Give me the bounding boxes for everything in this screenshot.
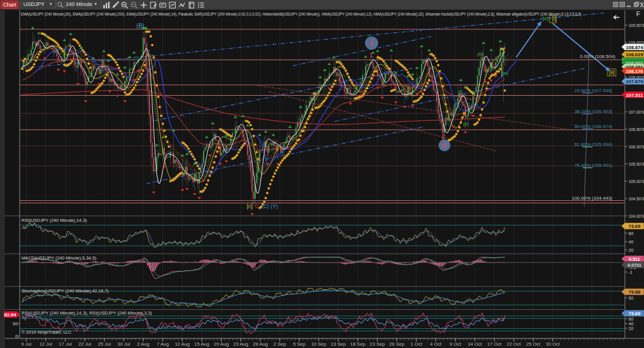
svg-text:104.50'0: 104.50'0 bbox=[628, 196, 644, 202]
svg-text:F: F bbox=[636, 10, 640, 17]
svg-text:104.00'0: 104.00'0 bbox=[628, 213, 644, 219]
svg-text:4 Oct: 4 Oct bbox=[430, 341, 442, 347]
svg-text:9 Jul: 9 Jul bbox=[22, 341, 32, 347]
svg-text:38.20% (106.953): 38.20% (106.953) bbox=[574, 109, 612, 114]
svg-text:0.511: 0.511 bbox=[629, 257, 640, 262]
svg-text:23 Aug: 23 Aug bbox=[234, 341, 249, 347]
svg-text:25 Oct: 25 Oct bbox=[526, 341, 541, 347]
svg-text:17 Oct: 17 Oct bbox=[487, 341, 502, 347]
svg-text:50: 50 bbox=[628, 295, 633, 301]
svg-text:50: 50 bbox=[13, 321, 18, 326]
svg-text:108.629: 108.629 bbox=[626, 52, 643, 57]
svg-text:EMA(USDJPY (240 Minute),50), E: EMA(USDJPY (240 Minute),50), EMA(USDJPY … bbox=[21, 11, 581, 17]
svg-text:50.00% (106.474): 50.00% (106.474) bbox=[574, 124, 612, 129]
svg-text:73.69: 73.69 bbox=[628, 311, 641, 316]
svg-text:73.69: 73.69 bbox=[628, 224, 641, 229]
svg-text:(i): (i) bbox=[458, 89, 462, 94]
svg-text:[c]: [c] bbox=[247, 203, 253, 209]
svg-text:1 Oct: 1 Oct bbox=[410, 341, 422, 347]
svg-text:(B): (B) bbox=[136, 23, 144, 29]
svg-text:-1: -1 bbox=[628, 270, 633, 275]
svg-text:23 Sep: 23 Sep bbox=[370, 341, 385, 347]
svg-text:© 2019 NinjaTrader, LLC: © 2019 NinjaTrader, LLC bbox=[22, 329, 72, 335]
svg-text:107.00'0: 107.00'0 bbox=[628, 109, 644, 115]
svg-text:(iii): (iii) bbox=[477, 51, 484, 57]
svg-text:109.50'0: 109.50'0 bbox=[628, 23, 644, 28]
svg-text:30 Jul: 30 Jul bbox=[118, 341, 131, 347]
svg-text:82.94: 82.94 bbox=[4, 312, 17, 318]
svg-text:108.170: 108.170 bbox=[626, 69, 643, 74]
svg-text:(iv): (iv) bbox=[501, 71, 508, 76]
svg-text:(C): (C) bbox=[262, 203, 269, 209]
svg-text:23.60% (107.546): 23.60% (107.546) bbox=[574, 88, 612, 93]
svg-text:25 Jul: 25 Jul bbox=[98, 341, 111, 347]
svg-text:26 Sep: 26 Sep bbox=[390, 341, 405, 347]
svg-text:108.874: 108.874 bbox=[626, 45, 643, 50]
svg-text:28 Aug: 28 Aug bbox=[253, 341, 268, 347]
svg-text:2: 2 bbox=[441, 133, 445, 140]
svg-text:15 Aug: 15 Aug bbox=[194, 341, 209, 347]
svg-text:106.00'0: 106.00'0 bbox=[628, 144, 644, 149]
svg-text:12 Jul: 12 Jul bbox=[39, 341, 53, 347]
svg-text:13 Sep: 13 Sep bbox=[331, 341, 346, 347]
svg-text:105.00'0: 105.00'0 bbox=[628, 179, 644, 184]
svg-text:9 Oct: 9 Oct bbox=[450, 341, 462, 347]
svg-text:30 Oct: 30 Oct bbox=[546, 341, 560, 347]
svg-text:18 Sep: 18 Sep bbox=[350, 341, 366, 347]
svg-text:60: 60 bbox=[628, 231, 633, 236]
svg-text:20 Aug: 20 Aug bbox=[214, 341, 229, 347]
svg-text:2 Aug: 2 Aug bbox=[137, 341, 149, 347]
svg-text:0.0731: 0.0731 bbox=[628, 262, 642, 268]
svg-text:105.50'0: 105.50'0 bbox=[628, 161, 644, 167]
svg-text:0.00% (108.504): 0.00% (108.504) bbox=[580, 54, 615, 59]
svg-text:22 Oct: 22 Oct bbox=[507, 341, 521, 347]
svg-text:107.879: 107.879 bbox=[626, 79, 643, 84]
svg-text:5 Sep: 5 Sep bbox=[293, 341, 306, 347]
svg-text:RSI(USDJPY (240 Minute),14,3): RSI(USDJPY (240 Minute),14,3) bbox=[22, 218, 87, 223]
svg-text:76.40% (105.401): 76.40% (105.401) bbox=[574, 163, 612, 168]
svg-text:22 Jul: 22 Jul bbox=[78, 341, 91, 347]
svg-text:20: 20 bbox=[628, 326, 633, 331]
svg-text:61.80% (105.994): 61.80% (105.994) bbox=[574, 142, 612, 147]
svg-text:(ii): (ii) bbox=[464, 121, 469, 127]
svg-text:(Y): (Y) bbox=[271, 203, 278, 209]
svg-text:100.00% (104.443): 100.00% (104.443) bbox=[572, 196, 612, 201]
svg-text:[ii]: [ii] bbox=[609, 69, 615, 75]
svg-text:2 Sep: 2 Sep bbox=[274, 341, 286, 347]
svg-text:1: 1 bbox=[369, 52, 373, 59]
svg-text:Stochastics(USDJPY (240 Minute: Stochastics(USDJPY (240 Minute),42,16,7) bbox=[22, 288, 109, 294]
svg-text:79.89: 79.89 bbox=[628, 289, 641, 295]
svg-text:40: 40 bbox=[628, 239, 633, 245]
svg-text:12 Aug: 12 Aug bbox=[175, 341, 190, 347]
svg-text:A: A bbox=[369, 40, 373, 47]
svg-text:17 Jul: 17 Jul bbox=[59, 341, 72, 347]
svg-text:MACD(USDJPY (240 Minute),5,34,: MACD(USDJPY (240 Minute),5,34,5) bbox=[22, 255, 97, 261]
svg-text:14 Oct: 14 Oct bbox=[468, 341, 482, 347]
svg-text:106.50'0: 106.50'0 bbox=[628, 127, 644, 132]
svg-text:C: C bbox=[255, 203, 259, 209]
svg-text:B: B bbox=[442, 142, 446, 149]
svg-text:7 Aug: 7 Aug bbox=[157, 341, 168, 347]
svg-text:RSI(USDJPY (240 Minute),14,3),: RSI(USDJPY (240 Minute),14,3), RSI(USDJP… bbox=[22, 310, 152, 316]
svg-text:20: 20 bbox=[628, 248, 633, 253]
svg-text:107.511: 107.511 bbox=[626, 93, 643, 98]
svg-text:10 Sep: 10 Sep bbox=[311, 341, 327, 347]
